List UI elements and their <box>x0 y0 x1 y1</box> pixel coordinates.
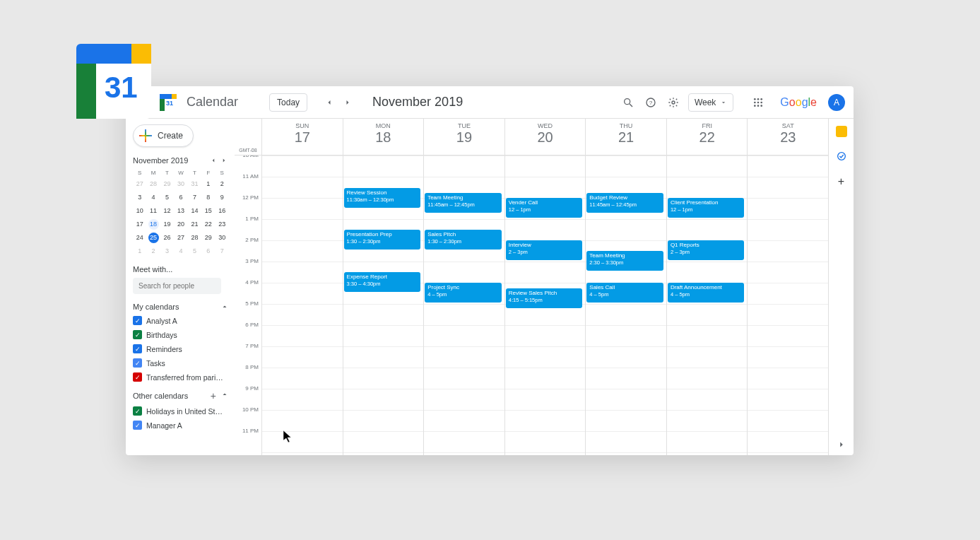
calendar-checkbox[interactable]: ✓ <box>133 372 142 382</box>
add-addon-icon[interactable]: + <box>835 175 848 188</box>
mini-day-cell[interactable]: 27 <box>134 179 145 189</box>
mini-prev-month-button[interactable] <box>208 155 218 165</box>
calendar-event[interactable]: Q1 Reports2 – 3pm <box>668 240 745 260</box>
mini-day-cell[interactable]: 20 <box>175 219 186 230</box>
mini-day-cell[interactable]: 11 <box>148 206 159 216</box>
calendar-checkbox[interactable]: ✓ <box>133 344 142 353</box>
day-header[interactable]: FRI22 <box>666 119 748 155</box>
calendar-checkbox[interactable]: ✓ <box>133 358 142 368</box>
calendar-event[interactable]: Team Meeting2:30 – 3:30pm <box>586 251 663 271</box>
next-period-button[interactable] <box>340 95 355 110</box>
calendar-event[interactable]: Budget Review11:45am – 12:45pm <box>586 193 663 213</box>
create-button[interactable]: Create <box>133 124 194 147</box>
add-other-calendar-icon[interactable]: + <box>211 390 216 401</box>
day-header[interactable]: TUE19 <box>423 119 504 155</box>
calendar-checkbox[interactable]: ✓ <box>133 406 142 416</box>
collapse-other-calendars-icon[interactable] <box>220 390 229 401</box>
calendar-event[interactable]: Draft Announcement4 – 5pm <box>668 283 745 303</box>
mini-day-cell[interactable]: 16 <box>217 206 228 216</box>
mini-day-cell[interactable]: 5 <box>162 192 172 203</box>
settings-gear-icon[interactable] <box>666 95 681 110</box>
calendar-checkbox[interactable]: ✓ <box>133 421 142 430</box>
mini-day-cell[interactable]: 8 <box>203 192 213 203</box>
calendar-event[interactable]: Sales Pitch1:30 – 2:30pm <box>425 230 502 250</box>
calendar-event[interactable]: Expense Report3:30 – 4:30pm <box>344 272 421 292</box>
calendar-checkbox[interactable]: ✓ <box>133 316 142 325</box>
mini-day-cell[interactable]: 10 <box>134 206 145 216</box>
calendar-event[interactable]: Team Meeting11:45am – 12:45pm <box>425 193 502 213</box>
mini-day-cell[interactable]: 7 <box>189 192 200 203</box>
day-header[interactable]: WED20 <box>504 119 586 155</box>
calendar-item[interactable]: ✓Tasks <box>133 358 229 368</box>
mini-day-cell[interactable]: 19 <box>162 219 172 230</box>
mini-day-cell[interactable]: 28 <box>189 233 200 243</box>
mini-day-cell[interactable]: 2 <box>217 179 228 189</box>
collapse-rail-icon[interactable] <box>837 440 846 450</box>
mini-day-cell[interactable]: 30 <box>175 179 186 189</box>
calendar-item[interactable]: ✓Manager A <box>133 421 229 430</box>
calendar-checkbox[interactable]: ✓ <box>133 330 142 339</box>
calendar-event[interactable]: Vender Call12 – 1pm <box>506 198 583 218</box>
calendar-item[interactable]: ✓Birthdays <box>133 330 229 339</box>
mini-day-cell[interactable]: 30 <box>217 233 228 243</box>
day-header[interactable]: SUN17 <box>261 119 343 155</box>
calendar-event[interactable]: Client Presentation12 – 1pm <box>668 198 745 218</box>
mini-day-cell[interactable]: 2 <box>148 246 159 257</box>
mini-day-cell[interactable]: 3 <box>162 246 172 257</box>
calendar-event[interactable]: Sales Call4 – 5pm <box>586 283 663 303</box>
mini-day-cell[interactable]: 28 <box>148 179 159 189</box>
mini-day-cell[interactable]: 3 <box>134 192 145 203</box>
mini-day-cell[interactable]: 29 <box>203 233 213 243</box>
day-column[interactable]: Client Presentation12 – 1pmQ1 Reports2 –… <box>666 155 748 455</box>
mini-day-cell[interactable]: 15 <box>203 206 213 216</box>
mini-day-cell[interactable]: 14 <box>189 206 200 216</box>
day-column[interactable] <box>747 155 828 455</box>
prev-period-button[interactable] <box>321 95 337 110</box>
tasks-icon[interactable] <box>835 150 848 163</box>
mini-day-cell[interactable]: 23 <box>217 219 228 230</box>
mini-next-month-button[interactable] <box>219 155 229 165</box>
search-people-input[interactable] <box>133 278 221 294</box>
apps-grid-icon[interactable] <box>750 95 766 110</box>
mini-day-cell[interactable]: 4 <box>148 192 159 203</box>
keep-icon[interactable] <box>836 126 847 137</box>
mini-day-cell[interactable]: 12 <box>162 206 172 216</box>
collapse-my-calendars-icon[interactable] <box>220 303 229 311</box>
calendar-event[interactable]: Review Session11:30am – 12:30pm <box>344 188 421 208</box>
mini-day-cell[interactable]: 13 <box>175 206 186 216</box>
calendar-event[interactable]: Project Sync4 – 5pm <box>425 283 502 303</box>
calendar-item[interactable]: ✓Reminders <box>133 344 229 353</box>
view-selector[interactable]: Week <box>688 93 733 112</box>
day-column[interactable]: Review Session11:30am – 12:30pmPresentat… <box>343 155 424 455</box>
mini-day-cell[interactable]: 7 <box>217 246 228 257</box>
calendar-item[interactable]: ✓Analyst A <box>133 316 229 325</box>
calendar-event[interactable]: Interview2 – 3pm <box>506 240 583 260</box>
calendar-event[interactable]: Review Sales Pitch4:15 – 5:15pm <box>506 288 583 308</box>
mini-day-cell[interactable]: 4 <box>175 246 186 257</box>
day-header[interactable]: SAT23 <box>747 119 828 155</box>
calendar-item[interactable]: ✓Transferred from paritosh... <box>133 372 229 382</box>
mini-day-cell[interactable]: 6 <box>203 246 213 257</box>
mini-day-cell[interactable]: 27 <box>175 233 186 243</box>
account-avatar[interactable]: A <box>828 94 845 111</box>
help-icon[interactable]: ? <box>643 95 659 110</box>
day-column[interactable]: Team Meeting11:45am – 12:45pmSales Pitch… <box>423 155 504 455</box>
today-button[interactable]: Today <box>269 93 307 112</box>
day-header[interactable]: THU21 <box>585 119 666 155</box>
day-column[interactable]: Vender Call12 – 1pmInterview2 – 3pmRevie… <box>504 155 586 455</box>
day-column[interactable] <box>261 155 343 455</box>
mini-day-cell[interactable]: 25 <box>148 233 159 243</box>
mini-day-cell[interactable]: 17 <box>134 219 145 230</box>
search-icon[interactable] <box>620 95 636 110</box>
mini-day-cell[interactable]: 1 <box>134 246 145 257</box>
day-header[interactable]: MON18 <box>343 119 424 155</box>
mini-day-cell[interactable]: 18 <box>148 219 159 230</box>
mini-day-cell[interactable]: 9 <box>217 192 228 203</box>
mini-day-cell[interactable]: 1 <box>203 179 213 189</box>
mini-day-cell[interactable]: 26 <box>162 233 172 243</box>
mini-day-cell[interactable]: 21 <box>189 219 200 230</box>
day-column[interactable]: Budget Review11:45am – 12:45pmTeam Meeti… <box>585 155 666 455</box>
mini-day-cell[interactable]: 22 <box>203 219 213 230</box>
mini-day-cell[interactable]: 29 <box>162 179 172 189</box>
mini-day-cell[interactable]: 5 <box>189 246 200 257</box>
